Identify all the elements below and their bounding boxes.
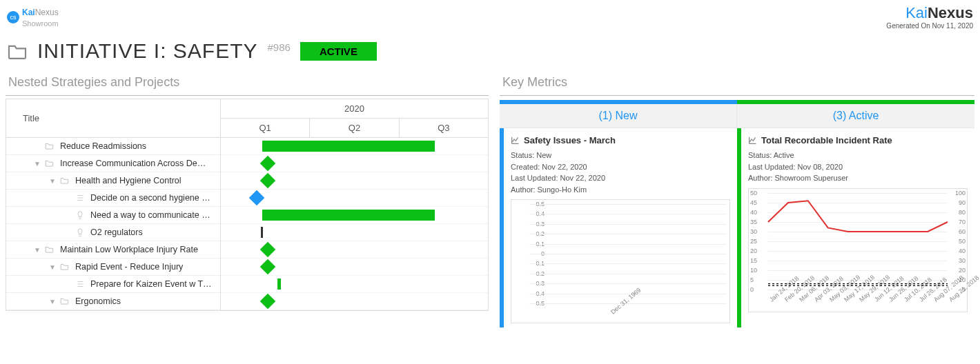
top-bar: cs KaiNexus Showroom KaiNexus Generated … <box>0 0 980 34</box>
brand-nexus: Nexus <box>35 8 59 17</box>
card2-meta: Status: Active Last Updated: Nov 08, 202… <box>748 150 968 184</box>
gantt-row <box>221 190 488 207</box>
tree-row[interactable]: Decide on a second hygiene … <box>6 190 220 207</box>
page-id: #986 <box>268 41 291 53</box>
folder-icon <box>60 176 71 185</box>
gantt-bar <box>262 141 435 152</box>
gantt-milestone <box>260 259 276 275</box>
gantt-row <box>221 276 488 293</box>
tree-row-label: Reduce Readmissions <box>60 141 146 151</box>
chevron-down-icon[interactable]: ▼ <box>49 177 59 185</box>
card1-title: Safety Issues - March <box>524 135 616 145</box>
page-title: INITIATIVE I: SAFETY <box>37 39 258 63</box>
tree-row[interactable]: ▼Health and Hygiene Control <box>6 172 220 190</box>
list-icon <box>75 193 86 203</box>
gantt-bar <box>262 210 435 221</box>
card2-chart: 5045403530252015105010090807060504030201… <box>748 188 968 312</box>
tree-row-label: Increase Communication Across De… <box>60 159 206 168</box>
gantt-smallbar <box>277 279 281 290</box>
folder-icon <box>45 141 56 151</box>
section-title-left: Nested Strategies and Projects <box>6 72 489 96</box>
chevron-down-icon[interactable]: ▼ <box>49 263 59 271</box>
metric-card-incident-rate[interactable]: Total Recordable Incident Rate Status: A… <box>737 128 974 327</box>
gantt-row <box>221 224 488 241</box>
tab-active[interactable]: (3) Active <box>737 104 974 128</box>
tree-column: Title Reduce Readmissions▼Increase Commu… <box>6 99 221 311</box>
bulb-icon <box>75 210 86 220</box>
bulb-icon <box>75 228 86 237</box>
page-header: INITIATIVE I: SAFETY #986 ACTIVE <box>0 34 980 72</box>
metrics-header: (1) New (3) Active <box>500 100 974 128</box>
chevron-down-icon[interactable]: ▼ <box>34 246 43 254</box>
tree-row[interactable]: O2 regulators <box>6 224 220 241</box>
tree-header-title: Title <box>6 99 220 138</box>
key-metrics-panel: Key Metrics (1) New (3) Active Safety Is… <box>500 72 974 327</box>
gantt-thinline <box>261 227 263 238</box>
gantt-milestone <box>260 242 276 258</box>
brand-kai-big: Kai <box>905 4 928 21</box>
brand-kai: Kai <box>22 8 35 17</box>
folder-icon <box>45 245 56 254</box>
tree-row[interactable]: Need a way to communicate … <box>6 207 220 224</box>
tree-row-label: Maintain Low Workplace Injury Rate <box>60 245 198 254</box>
logo-left: cs KaiNexus Showroom <box>7 4 59 30</box>
gantt-row <box>221 293 488 310</box>
chevron-down-icon[interactable]: ▼ <box>49 298 59 305</box>
chart-icon <box>748 136 757 145</box>
gantt-milestone <box>249 190 265 206</box>
generated-on: Generated On Nov 11, 2020 <box>886 22 973 30</box>
gantt-row <box>221 155 488 172</box>
section-title-right: Key Metrics <box>500 72 974 96</box>
folder-icon <box>60 296 71 306</box>
list-icon <box>75 279 86 289</box>
gantt-quarter: Q2 <box>310 119 399 137</box>
card1-meta: Status: New Created: Nov 22, 2020 Last U… <box>511 150 730 195</box>
tree-row[interactable]: ▼Increase Communication Across De… <box>6 155 220 172</box>
gantt-quarter: Q1 <box>221 119 310 137</box>
gantt-quarter: Q3 <box>400 119 488 137</box>
gantt-row <box>221 138 488 155</box>
gantt-milestone <box>260 294 276 310</box>
tree-row-label: Prepare for Kaizen Event w T… <box>90 279 212 289</box>
tree-row-label: Decide on a second hygiene … <box>90 193 210 203</box>
card1-chart: 0.50.40.30.20.10-0.1-0.2-0.3-0.4-0.5Dec … <box>511 199 730 323</box>
gantt-row <box>221 259 488 276</box>
tree-row[interactable]: ▼Maintain Low Workplace Injury Rate <box>6 241 220 259</box>
logo-circle-icon: cs <box>7 11 19 23</box>
logo-right: KaiNexus Generated On Nov 11, 2020 <box>886 4 973 30</box>
gantt-milestone <box>260 173 276 189</box>
folder-icon <box>7 43 28 59</box>
gantt-row <box>221 172 488 190</box>
chart-icon <box>511 136 520 145</box>
nested-strategies-panel: Nested Strategies and Projects Title Red… <box>6 72 489 327</box>
metric-card-safety-issues[interactable]: Safety Issues - March Status: New Create… <box>500 128 737 327</box>
tree-row[interactable]: Reduce Readmissions <box>6 138 220 155</box>
x-tick-label: Dec 31, 1969 <box>609 287 642 316</box>
gantt-row <box>221 207 488 224</box>
folder-icon <box>60 262 71 272</box>
gantt-year: 2020 <box>221 99 488 119</box>
status-badge: ACTIVE <box>300 42 377 61</box>
gantt-column: 2020 Q1Q2Q3 <box>221 99 489 311</box>
chart-series-red <box>768 201 948 232</box>
tree-row-label: Ergonomics <box>75 296 121 306</box>
tree-row-label: O2 regulators <box>90 228 143 237</box>
tree-row-label: Rapid Event - Reduce Injury <box>75 262 183 272</box>
tree-row[interactable]: ▼Rapid Event - Reduce Injury <box>6 259 220 276</box>
tree-row[interactable]: ▼Ergonomics <box>6 293 220 310</box>
gantt-row <box>221 241 488 259</box>
card2-title: Total Recordable Incident Rate <box>761 135 892 145</box>
gantt-milestone <box>260 156 276 172</box>
chevron-down-icon[interactable]: ▼ <box>34 160 43 168</box>
tree-row-label: Health and Hygiene Control <box>75 176 182 185</box>
tree-row[interactable]: Prepare for Kaizen Event w T… <box>6 276 220 293</box>
brand-nexus-big: Nexus <box>928 4 973 21</box>
brand-showroom: Showroom <box>22 19 59 28</box>
folder-icon <box>45 159 56 168</box>
tab-new[interactable]: (1) New <box>500 104 737 128</box>
tree-row-label: Need a way to communicate … <box>90 210 210 220</box>
